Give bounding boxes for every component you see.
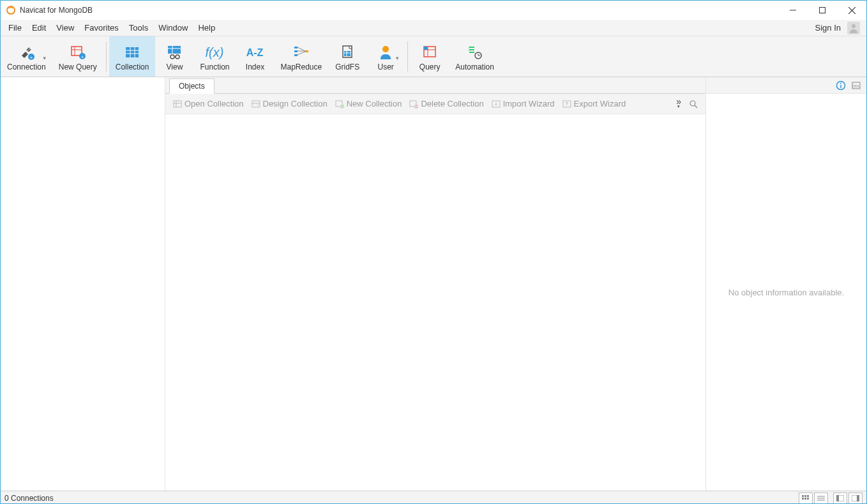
info-message: No object information available. bbox=[728, 288, 844, 297]
search-button[interactable] bbox=[685, 100, 702, 108]
svg-rect-81 bbox=[857, 495, 859, 501]
index-button[interactable]: A-Z Index bbox=[236, 36, 274, 77]
collection-button[interactable]: Collection bbox=[109, 36, 156, 77]
svg-text:+: + bbox=[30, 55, 33, 61]
svg-rect-15 bbox=[126, 47, 139, 57]
menu-tools[interactable]: Tools bbox=[124, 20, 153, 36]
avatar[interactable] bbox=[847, 22, 860, 34]
open-collection-button[interactable]: Open Collection bbox=[169, 95, 248, 113]
center-panel: Objects Open Collection Design Collectio… bbox=[165, 77, 705, 491]
svg-rect-72 bbox=[802, 498, 804, 500]
svg-rect-49 bbox=[174, 101, 181, 107]
svg-rect-70 bbox=[804, 495, 806, 497]
menu-window[interactable]: Window bbox=[153, 20, 193, 36]
svg-point-24 bbox=[176, 55, 179, 59]
svg-text:DDL: DDL bbox=[852, 84, 861, 88]
view-button[interactable]: View bbox=[155, 36, 193, 77]
menubar: File Edit View Favorites Tools Window He… bbox=[1, 20, 866, 36]
ddl-tab-icon[interactable]: DDL bbox=[851, 80, 861, 91]
gridfs-button[interactable]: GridFS bbox=[328, 36, 366, 77]
svg-text:+: + bbox=[341, 105, 343, 108]
svg-rect-29 bbox=[294, 50, 298, 52]
svg-text:✓: ✓ bbox=[468, 48, 471, 52]
svg-rect-43 bbox=[469, 52, 474, 53]
view-label: View bbox=[167, 63, 183, 71]
statusbar: 0 Connections bbox=[1, 491, 866, 504]
view-icon bbox=[165, 42, 184, 63]
menu-view[interactable]: View bbox=[51, 20, 79, 36]
window-title: Navicat for MongoDB bbox=[20, 6, 778, 15]
table-icon bbox=[173, 100, 182, 108]
svg-rect-79 bbox=[836, 495, 839, 501]
import-icon bbox=[492, 100, 501, 108]
user-icon bbox=[376, 42, 395, 63]
plug-icon: + bbox=[17, 42, 36, 63]
user-button[interactable]: User ▼ bbox=[366, 36, 405, 77]
delete-icon bbox=[409, 100, 418, 108]
toggle-right-panel-button[interactable] bbox=[848, 493, 863, 504]
tabs-row: Objects bbox=[165, 77, 705, 94]
menu-file[interactable]: File bbox=[3, 20, 27, 36]
delete-collection-button[interactable]: Delete Collection bbox=[405, 95, 487, 113]
sign-in-link[interactable]: Sign In bbox=[810, 23, 846, 33]
menu-favorites[interactable]: Favorites bbox=[79, 20, 123, 36]
connection-count: 0 Connections bbox=[4, 494, 54, 503]
mapreduce-icon bbox=[292, 42, 311, 63]
gridfs-label: GridFS bbox=[335, 63, 359, 71]
titlebar: Navicat for MongoDB bbox=[1, 1, 866, 20]
new-collection-button[interactable]: + New Collection bbox=[331, 95, 406, 113]
more-button[interactable]: »▾ bbox=[672, 100, 685, 108]
info-tab-icon[interactable] bbox=[836, 80, 846, 91]
svg-line-63 bbox=[695, 105, 697, 108]
object-list[interactable] bbox=[165, 114, 705, 491]
toolbar: + Connection ▼ + New Query Collection Vi… bbox=[1, 36, 866, 77]
svg-rect-40 bbox=[424, 47, 428, 50]
import-wizard-button[interactable]: Import Wizard bbox=[488, 95, 559, 113]
chevron-down-icon: ▼ bbox=[42, 56, 47, 61]
toggle-left-panel-button[interactable] bbox=[833, 493, 847, 504]
svg-rect-74 bbox=[807, 498, 809, 500]
design-icon bbox=[252, 100, 260, 108]
app-icon bbox=[6, 5, 16, 15]
tab-objects[interactable]: Objects bbox=[169, 78, 215, 94]
svg-rect-20 bbox=[168, 46, 181, 54]
design-collection-button[interactable]: Design Collection bbox=[248, 95, 331, 113]
query-label: Query bbox=[419, 63, 441, 71]
info-panel: DDL No object information available. bbox=[705, 77, 866, 491]
connection-label: Connection bbox=[7, 63, 46, 71]
menu-edit[interactable]: Edit bbox=[27, 20, 51, 36]
svg-point-66 bbox=[840, 82, 841, 84]
function-button[interactable]: f(x) Function bbox=[193, 36, 236, 77]
function-label: Function bbox=[200, 63, 229, 71]
query-button[interactable]: Query bbox=[411, 36, 449, 77]
minimize-button[interactable] bbox=[778, 1, 808, 20]
connection-button[interactable]: + Connection ▼ bbox=[1, 36, 52, 77]
svg-rect-2 bbox=[820, 8, 826, 13]
svg-rect-52 bbox=[252, 101, 260, 107]
new-query-icon: + bbox=[68, 42, 87, 63]
export-icon bbox=[562, 100, 571, 108]
function-icon: f(x) bbox=[205, 42, 224, 63]
export-wizard-button[interactable]: Export Wizard bbox=[559, 95, 630, 113]
maximize-button[interactable] bbox=[808, 1, 837, 20]
mapreduce-button[interactable]: MapReduce bbox=[274, 36, 328, 77]
view-grid-button[interactable] bbox=[799, 493, 813, 504]
menu-help[interactable]: Help bbox=[193, 20, 220, 36]
connection-tree[interactable] bbox=[1, 77, 165, 491]
object-toolbar: Open Collection Design Collection + New … bbox=[165, 94, 705, 114]
view-list-button[interactable] bbox=[814, 493, 828, 504]
svg-rect-69 bbox=[802, 495, 804, 497]
svg-rect-33 bbox=[344, 51, 351, 56]
close-button[interactable] bbox=[837, 1, 866, 20]
svg-point-23 bbox=[170, 55, 174, 59]
automation-button[interactable]: ✓✓ Automation bbox=[449, 36, 501, 77]
svg-rect-73 bbox=[804, 498, 806, 500]
svg-point-62 bbox=[690, 101, 695, 106]
query-icon bbox=[420, 42, 439, 63]
collection-icon bbox=[123, 42, 142, 63]
info-panel-tabs: DDL bbox=[706, 77, 866, 94]
new-icon: + bbox=[335, 100, 344, 108]
svg-text:A-Z: A-Z bbox=[246, 47, 264, 58]
svg-rect-71 bbox=[807, 495, 809, 497]
new-query-button[interactable]: + New Query bbox=[52, 36, 103, 77]
